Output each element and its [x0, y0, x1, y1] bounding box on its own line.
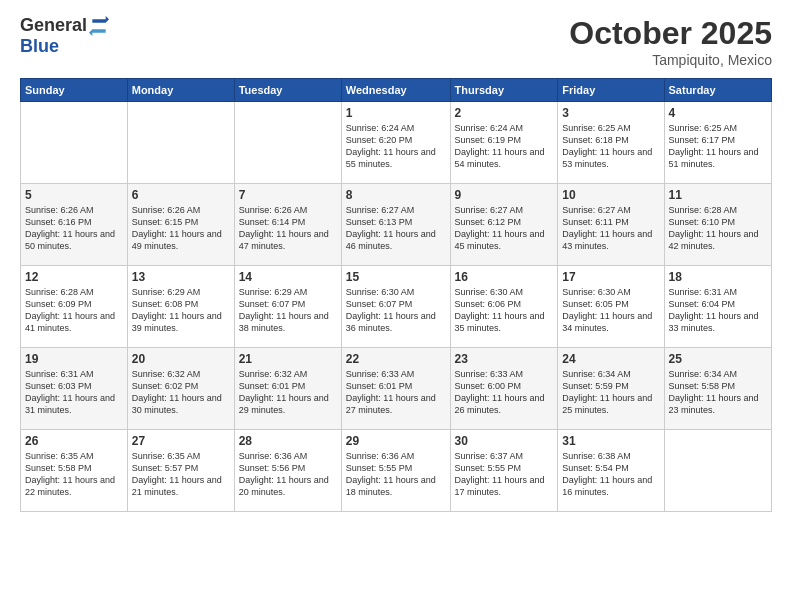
- day-number: 14: [239, 270, 337, 284]
- day-number: 16: [455, 270, 554, 284]
- day-info: Sunrise: 6:36 AM Sunset: 5:55 PM Dayligh…: [346, 450, 446, 499]
- day-info: Sunrise: 6:27 AM Sunset: 6:12 PM Dayligh…: [455, 204, 554, 253]
- day-info: Sunrise: 6:30 AM Sunset: 6:05 PM Dayligh…: [562, 286, 659, 335]
- day-info: Sunrise: 6:29 AM Sunset: 6:07 PM Dayligh…: [239, 286, 337, 335]
- calendar-cell: 30Sunrise: 6:37 AM Sunset: 5:55 PM Dayli…: [450, 430, 558, 512]
- calendar-cell: 7Sunrise: 6:26 AM Sunset: 6:14 PM Daylig…: [234, 184, 341, 266]
- day-number: 6: [132, 188, 230, 202]
- calendar-cell: 8Sunrise: 6:27 AM Sunset: 6:13 PM Daylig…: [341, 184, 450, 266]
- calendar-cell: 16Sunrise: 6:30 AM Sunset: 6:06 PM Dayli…: [450, 266, 558, 348]
- day-number: 27: [132, 434, 230, 448]
- day-number: 22: [346, 352, 446, 366]
- day-info: Sunrise: 6:34 AM Sunset: 5:58 PM Dayligh…: [669, 368, 767, 417]
- calendar-cell: 5Sunrise: 6:26 AM Sunset: 6:16 PM Daylig…: [21, 184, 128, 266]
- calendar-cell: 4Sunrise: 6:25 AM Sunset: 6:17 PM Daylig…: [664, 102, 771, 184]
- calendar-cell: 2Sunrise: 6:24 AM Sunset: 6:19 PM Daylig…: [450, 102, 558, 184]
- day-number: 4: [669, 106, 767, 120]
- calendar-cell: 6Sunrise: 6:26 AM Sunset: 6:15 PM Daylig…: [127, 184, 234, 266]
- calendar-cell: 20Sunrise: 6:32 AM Sunset: 6:02 PM Dayli…: [127, 348, 234, 430]
- month-title: October 2025: [569, 15, 772, 52]
- day-info: Sunrise: 6:28 AM Sunset: 6:10 PM Dayligh…: [669, 204, 767, 253]
- day-number: 10: [562, 188, 659, 202]
- day-number: 29: [346, 434, 446, 448]
- calendar-week-3: 12Sunrise: 6:28 AM Sunset: 6:09 PM Dayli…: [21, 266, 772, 348]
- day-number: 18: [669, 270, 767, 284]
- calendar-cell: 19Sunrise: 6:31 AM Sunset: 6:03 PM Dayli…: [21, 348, 128, 430]
- calendar-cell: [234, 102, 341, 184]
- day-number: 28: [239, 434, 337, 448]
- day-info: Sunrise: 6:30 AM Sunset: 6:07 PM Dayligh…: [346, 286, 446, 335]
- day-info: Sunrise: 6:34 AM Sunset: 5:59 PM Dayligh…: [562, 368, 659, 417]
- day-info: Sunrise: 6:28 AM Sunset: 6:09 PM Dayligh…: [25, 286, 123, 335]
- day-info: Sunrise: 6:29 AM Sunset: 6:08 PM Dayligh…: [132, 286, 230, 335]
- day-info: Sunrise: 6:26 AM Sunset: 6:16 PM Dayligh…: [25, 204, 123, 253]
- day-info: Sunrise: 6:26 AM Sunset: 6:15 PM Dayligh…: [132, 204, 230, 253]
- calendar-cell: [21, 102, 128, 184]
- calendar-cell: 29Sunrise: 6:36 AM Sunset: 5:55 PM Dayli…: [341, 430, 450, 512]
- day-info: Sunrise: 6:24 AM Sunset: 6:19 PM Dayligh…: [455, 122, 554, 171]
- day-number: 3: [562, 106, 659, 120]
- day-info: Sunrise: 6:30 AM Sunset: 6:06 PM Dayligh…: [455, 286, 554, 335]
- logo: General Blue: [20, 15, 109, 57]
- day-info: Sunrise: 6:27 AM Sunset: 6:11 PM Dayligh…: [562, 204, 659, 253]
- day-number: 19: [25, 352, 123, 366]
- day-info: Sunrise: 6:25 AM Sunset: 6:17 PM Dayligh…: [669, 122, 767, 171]
- day-info: Sunrise: 6:32 AM Sunset: 6:01 PM Dayligh…: [239, 368, 337, 417]
- calendar-cell: 15Sunrise: 6:30 AM Sunset: 6:07 PM Dayli…: [341, 266, 450, 348]
- day-info: Sunrise: 6:24 AM Sunset: 6:20 PM Dayligh…: [346, 122, 446, 171]
- header-monday: Monday: [127, 79, 234, 102]
- calendar-cell: 21Sunrise: 6:32 AM Sunset: 6:01 PM Dayli…: [234, 348, 341, 430]
- day-number: 5: [25, 188, 123, 202]
- day-number: 26: [25, 434, 123, 448]
- calendar-cell: 31Sunrise: 6:38 AM Sunset: 5:54 PM Dayli…: [558, 430, 664, 512]
- day-number: 30: [455, 434, 554, 448]
- calendar-table: Sunday Monday Tuesday Wednesday Thursday…: [20, 78, 772, 512]
- day-number: 24: [562, 352, 659, 366]
- day-number: 15: [346, 270, 446, 284]
- calendar-cell: 13Sunrise: 6:29 AM Sunset: 6:08 PM Dayli…: [127, 266, 234, 348]
- day-number: 17: [562, 270, 659, 284]
- day-info: Sunrise: 6:31 AM Sunset: 6:03 PM Dayligh…: [25, 368, 123, 417]
- calendar-cell: 23Sunrise: 6:33 AM Sunset: 6:00 PM Dayli…: [450, 348, 558, 430]
- calendar-cell: 26Sunrise: 6:35 AM Sunset: 5:58 PM Dayli…: [21, 430, 128, 512]
- header-tuesday: Tuesday: [234, 79, 341, 102]
- logo-general: General: [20, 15, 87, 36]
- calendar-cell: 14Sunrise: 6:29 AM Sunset: 6:07 PM Dayli…: [234, 266, 341, 348]
- calendar-week-2: 5Sunrise: 6:26 AM Sunset: 6:16 PM Daylig…: [21, 184, 772, 266]
- day-number: 7: [239, 188, 337, 202]
- day-number: 8: [346, 188, 446, 202]
- calendar-cell: 24Sunrise: 6:34 AM Sunset: 5:59 PM Dayli…: [558, 348, 664, 430]
- weekday-header-row: Sunday Monday Tuesday Wednesday Thursday…: [21, 79, 772, 102]
- calendar-cell: 17Sunrise: 6:30 AM Sunset: 6:05 PM Dayli…: [558, 266, 664, 348]
- calendar-cell: 27Sunrise: 6:35 AM Sunset: 5:57 PM Dayli…: [127, 430, 234, 512]
- location-subtitle: Tampiquito, Mexico: [569, 52, 772, 68]
- calendar-cell: 9Sunrise: 6:27 AM Sunset: 6:12 PM Daylig…: [450, 184, 558, 266]
- calendar-cell: 12Sunrise: 6:28 AM Sunset: 6:09 PM Dayli…: [21, 266, 128, 348]
- calendar-cell: [664, 430, 771, 512]
- calendar-week-5: 26Sunrise: 6:35 AM Sunset: 5:58 PM Dayli…: [21, 430, 772, 512]
- day-info: Sunrise: 6:37 AM Sunset: 5:55 PM Dayligh…: [455, 450, 554, 499]
- day-info: Sunrise: 6:27 AM Sunset: 6:13 PM Dayligh…: [346, 204, 446, 253]
- calendar-cell: 11Sunrise: 6:28 AM Sunset: 6:10 PM Dayli…: [664, 184, 771, 266]
- logo-text: General: [20, 15, 109, 36]
- day-number: 23: [455, 352, 554, 366]
- day-number: 1: [346, 106, 446, 120]
- day-number: 11: [669, 188, 767, 202]
- day-info: Sunrise: 6:35 AM Sunset: 5:58 PM Dayligh…: [25, 450, 123, 499]
- day-number: 20: [132, 352, 230, 366]
- day-info: Sunrise: 6:31 AM Sunset: 6:04 PM Dayligh…: [669, 286, 767, 335]
- calendar-cell: [127, 102, 234, 184]
- header-saturday: Saturday: [664, 79, 771, 102]
- calendar-cell: 18Sunrise: 6:31 AM Sunset: 6:04 PM Dayli…: [664, 266, 771, 348]
- page: General Blue October 2025 Tampiquito, Me…: [0, 0, 792, 612]
- day-info: Sunrise: 6:33 AM Sunset: 6:00 PM Dayligh…: [455, 368, 554, 417]
- day-number: 13: [132, 270, 230, 284]
- calendar-cell: 22Sunrise: 6:33 AM Sunset: 6:01 PM Dayli…: [341, 348, 450, 430]
- day-info: Sunrise: 6:32 AM Sunset: 6:02 PM Dayligh…: [132, 368, 230, 417]
- calendar-cell: 10Sunrise: 6:27 AM Sunset: 6:11 PM Dayli…: [558, 184, 664, 266]
- day-info: Sunrise: 6:38 AM Sunset: 5:54 PM Dayligh…: [562, 450, 659, 499]
- day-info: Sunrise: 6:35 AM Sunset: 5:57 PM Dayligh…: [132, 450, 230, 499]
- day-info: Sunrise: 6:33 AM Sunset: 6:01 PM Dayligh…: [346, 368, 446, 417]
- header-thursday: Thursday: [450, 79, 558, 102]
- calendar-cell: 25Sunrise: 6:34 AM Sunset: 5:58 PM Dayli…: [664, 348, 771, 430]
